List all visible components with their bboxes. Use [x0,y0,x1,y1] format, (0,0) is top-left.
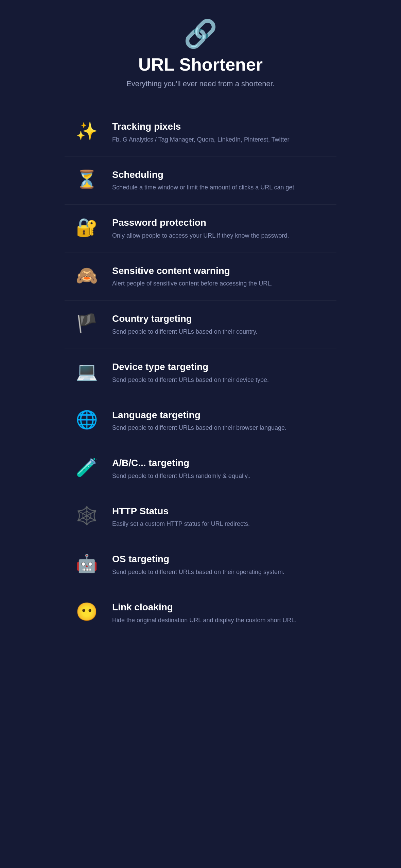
tracking-pixels-icon: ✨ [71,122,102,140]
scheduling-description: Schedule a time window or limit the amou… [112,183,296,192]
feature-link-cloaking: 😶 Link cloaking Hide the original destin… [65,589,336,637]
feature-language-targeting: 🌐 Language targeting Send people to diff… [65,397,336,445]
tracking-pixels-title: Tracking pixels [112,121,290,132]
http-status-title: HTTP Status [112,505,250,517]
password-protection-content: Password protection Only allow people to… [112,217,289,240]
feature-sensitive-content: 🙈 Sensitive content warning Alert people… [65,253,336,301]
scheduling-title: Scheduling [112,169,296,181]
link-cloaking-title: Link cloaking [112,602,297,613]
feature-password-protection: 🔐 Password protection Only allow people … [65,205,336,253]
country-targeting-icon: 🏴 [71,314,102,332]
app-title: URL Shortener [138,54,263,75]
country-targeting-description: Send people to different URLs based on t… [112,327,258,336]
os-targeting-content: OS targeting Send people to different UR… [112,553,284,577]
features-list: ✨ Tracking pixels Fb, G Analytics / Tag … [65,109,336,637]
feature-country-targeting: 🏴 Country targeting Send people to diffe… [65,301,336,349]
sensitive-content-title: Sensitive content warning [112,265,273,277]
http-status-description: Easily set a custom HTTP status for URL … [112,519,250,529]
password-protection-icon: 🔐 [71,218,102,236]
http-status-content: HTTP Status Easily set a custom HTTP sta… [112,505,250,529]
sensitive-content-description: Alert people of sensitive content before… [112,279,273,288]
country-targeting-title: Country targeting [112,313,258,325]
country-targeting-content: Country targeting Send people to differe… [112,313,258,336]
device-targeting-content: Device type targeting Send people to dif… [112,361,269,385]
password-protection-title: Password protection [112,217,289,228]
abc-targeting-icon: 🧪 [71,459,102,476]
logo-icon: 🔗 [184,20,217,48]
language-targeting-description: Send people to different URLs based on t… [112,423,286,432]
device-targeting-description: Send people to different URLs based on t… [112,375,269,385]
tracking-pixels-description: Fb, G Analytics / Tag Manager, Quora, Li… [112,135,290,144]
os-targeting-description: Send people to different URLs based on t… [112,568,284,577]
feature-abc-targeting: 🧪 A/B/C... targeting Send people to diff… [65,445,336,493]
language-targeting-icon: 🌐 [71,411,102,428]
feature-device-targeting: 💻 Device type targeting Send people to d… [65,349,336,397]
app-subtitle: Everything you'll ever need from a short… [126,79,275,88]
device-targeting-icon: 💻 [71,363,102,380]
language-targeting-content: Language targeting Send people to differ… [112,409,286,433]
link-cloaking-description: Hide the original destination URL and di… [112,616,297,625]
device-targeting-title: Device type targeting [112,361,269,373]
feature-scheduling: ⏳ Scheduling Schedule a time window or l… [65,157,336,205]
tracking-pixels-content: Tracking pixels Fb, G Analytics / Tag Ma… [112,121,290,144]
scheduling-content: Scheduling Schedule a time window or lim… [112,169,296,192]
feature-http-status: 🕸️ HTTP Status Easily set a custom HTTP … [65,493,336,541]
abc-targeting-title: A/B/C... targeting [112,457,251,469]
feature-os-targeting: 🤖 OS targeting Send people to different … [65,541,336,589]
link-cloaking-content: Link cloaking Hide the original destinat… [112,602,297,625]
http-status-icon: 🕸️ [71,507,102,524]
scheduling-icon: ⏳ [71,170,102,188]
language-targeting-title: Language targeting [112,409,286,421]
link-cloaking-icon: 😶 [71,603,102,621]
sensitive-content-content: Sensitive content warning Alert people o… [112,265,273,289]
abc-targeting-content: A/B/C... targeting Send people to differ… [112,457,251,481]
os-targeting-title: OS targeting [112,553,284,565]
feature-tracking-pixels: ✨ Tracking pixels Fb, G Analytics / Tag … [65,109,336,157]
header: 🔗 URL Shortener Everything you'll ever n… [126,20,275,88]
abc-targeting-description: Send people to different URLs randomly &… [112,472,251,481]
os-targeting-icon: 🤖 [71,555,102,572]
sensitive-content-icon: 🙈 [71,266,102,284]
password-protection-description: Only allow people to access your URL if … [112,231,289,240]
